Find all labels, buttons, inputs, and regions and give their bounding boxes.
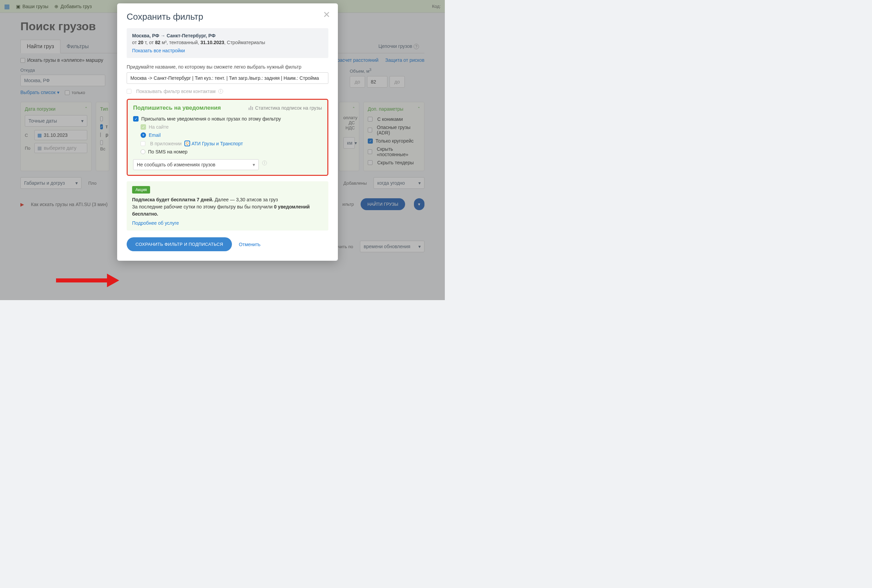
- app-link[interactable]: QАТИ Грузы и Транспорт: [185, 141, 243, 146]
- subscribe-title: Подпишитесь на уведомления: [133, 105, 221, 111]
- on-site-checkbox[interactable]: ✓ На сайте: [133, 123, 322, 131]
- promo-section: Акция Подписка будет бесплатна 7 дней. Д…: [127, 181, 328, 231]
- cancel-button[interactable]: Отменить: [239, 242, 260, 247]
- plus-icon: +: [141, 132, 146, 138]
- summary-route: Москва, РФ → Санкт-Петербург, РФ: [132, 33, 323, 38]
- sms-checkbox[interactable]: По SMS на номер: [133, 148, 322, 156]
- save-filter-modal: ✕ Сохранить фильтр Москва, РФ → Санкт-Пе…: [117, 3, 338, 261]
- name-hint: Придумайте название, по которому вы смож…: [127, 64, 328, 70]
- close-icon[interactable]: ✕: [323, 9, 330, 20]
- promo-line1: Подписка будет бесплатна 7 дней. Далее —…: [132, 196, 323, 203]
- subscription-stats-link[interactable]: Статистика подписок на грузы: [249, 105, 322, 111]
- in-app-checkbox[interactable]: В приложении QАТИ Грузы и Транспорт: [133, 139, 322, 148]
- info-icon[interactable]: i: [262, 160, 267, 165]
- send-notifications-checkbox[interactable]: ✓ Присылать мне уведомления о новых груз…: [133, 115, 322, 123]
- change-notification-select[interactable]: Не сообщать об изменениях грузов ▾: [133, 159, 259, 170]
- bars-icon: [249, 106, 253, 110]
- subscribe-section: Подпишитесь на уведомления Статистика по…: [127, 99, 328, 176]
- chevron-down-icon: ▾: [253, 162, 255, 167]
- show-contacts-checkbox[interactable]: [127, 89, 131, 94]
- show-all-settings-link[interactable]: Показать все настройки: [132, 48, 185, 53]
- app-badge-icon: Q: [185, 141, 190, 146]
- modal-title: Сохранить фильтр: [127, 12, 328, 22]
- annotation-arrow: [56, 274, 120, 287]
- promo-badge: Акция: [132, 186, 150, 194]
- summary-detail: от 20 т, от 82 м³, тентованный, 31.10.20…: [132, 40, 323, 45]
- show-contacts-label: Показывать фильтр всем контактам: [136, 88, 216, 94]
- filter-summary: Москва, РФ → Санкт-Петербург, РФ от 20 т…: [127, 28, 328, 58]
- promo-line2: За последние рабочие сутки по этому филь…: [132, 203, 323, 218]
- email-add[interactable]: + Email: [133, 131, 322, 139]
- filter-name-input[interactable]: [127, 72, 328, 84]
- info-icon[interactable]: i: [218, 89, 223, 94]
- promo-more-link[interactable]: Подробнее об услуге: [132, 220, 179, 226]
- save-and-subscribe-button[interactable]: СОХРАНИТЬ ФИЛЬТР И ПОДПИСАТЬСЯ: [127, 237, 232, 251]
